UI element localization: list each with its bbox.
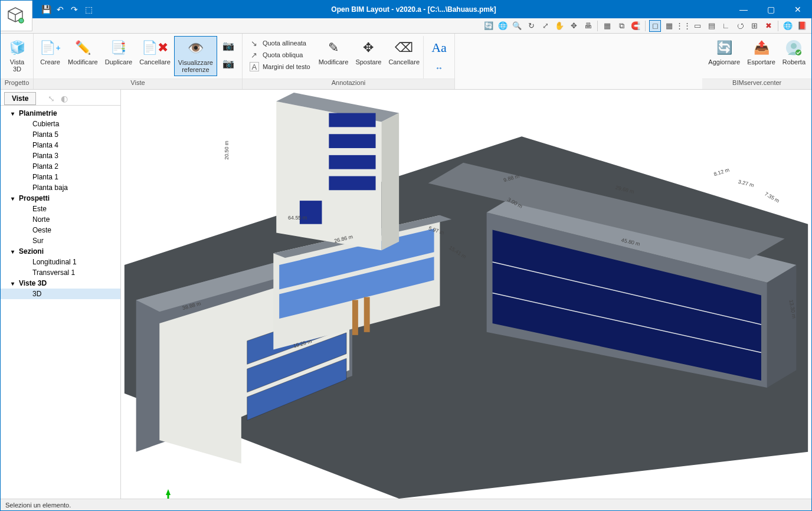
dim-64-55: 64.55 m <box>288 215 307 221</box>
dim-style-button[interactable]: ↔ <box>428 60 450 77</box>
delete-icon: 📄✖ <box>146 38 165 57</box>
margini-testo-button[interactable]: AMargini del testo <box>247 61 313 73</box>
quota-allineata-button[interactable]: ↘Quota allineata <box>247 37 313 49</box>
tree-item[interactable]: Norte <box>1 214 120 225</box>
close-button[interactable]: ✕ <box>784 1 811 18</box>
svg-rect-28 <box>329 155 375 169</box>
text-margin-icon: A <box>250 62 259 71</box>
app-logo-icon[interactable] <box>1 1 32 31</box>
tree-item[interactable]: Este <box>1 204 120 214</box>
tree-item[interactable]: Planta 3 <box>1 150 120 161</box>
tree-item[interactable]: Planta 4 <box>1 140 120 150</box>
tree-tab-viste[interactable]: Viste <box>4 92 36 105</box>
view-toolbar: 🔄 🌐 🔍 ↻ ⤢ ✋ ✥ 🖶 ▦ ⧉ 🧲 ◻ ▦ ⋮⋮ ▭ ▤ ∟ ⭯ ⊞ ✖… <box>1 18 811 34</box>
elements-icon[interactable]: ⧉ <box>615 20 627 32</box>
svg-rect-21 <box>352 300 358 335</box>
aggiornare-button[interactable]: 🔄Aggiornare <box>705 36 744 68</box>
group-label-annotazioni: Annotazioni <box>243 78 454 89</box>
tree-group-viste 3d[interactable]: Viste 3D <box>1 278 120 289</box>
tree-item[interactable]: Longitudinal 1 <box>1 257 120 267</box>
export-icon: 📤 <box>752 38 771 57</box>
move-icon[interactable]: ✥ <box>568 20 579 32</box>
camera-1-button[interactable]: 📷 <box>220 37 237 55</box>
snap-icon[interactable]: 🧲 <box>630 20 641 32</box>
orbit-icon[interactable]: 🔄 <box>483 20 495 32</box>
undo-icon[interactable]: ↶ <box>55 4 66 15</box>
tree-item[interactable]: Planta 5 <box>1 129 120 140</box>
redo-icon[interactable]: ↷ <box>69 4 80 15</box>
svg-point-0 <box>19 18 24 23</box>
book-icon[interactable]: 📕 <box>796 20 808 32</box>
tree-item[interactable]: 3D <box>1 289 120 299</box>
delete-icon[interactable]: ✖ <box>762 20 774 32</box>
tree-item[interactable]: Planta 2 <box>1 161 120 172</box>
projection-icon[interactable]: ◻ <box>649 20 661 32</box>
save-icon[interactable]: 💾 <box>41 4 51 15</box>
globe-icon[interactable]: 🌐 <box>782 20 794 32</box>
camera-icon: 📷 <box>221 56 235 70</box>
svg-rect-27 <box>329 134 375 148</box>
tree-item[interactable]: Planta baja <box>1 182 120 193</box>
refresh-cloud-icon: 🔄 <box>715 38 734 57</box>
creare-button[interactable]: 📄+Creare <box>36 36 64 68</box>
opt3-icon[interactable]: ▤ <box>706 20 718 32</box>
view-icon[interactable]: ⬚ <box>83 4 94 15</box>
svg-rect-22 <box>364 297 370 332</box>
tree-item[interactable]: Sur <box>1 235 120 246</box>
zoom-window-icon[interactable]: ⤢ <box>539 20 551 32</box>
tree-group-sezioni[interactable]: Sezioni <box>1 246 120 257</box>
views-tree-panel: Viste ⤡◐ PlanimetrieCubiertaPlanta 5Plan… <box>1 90 121 499</box>
opt2-icon[interactable]: ▭ <box>692 20 703 32</box>
zoom-extents-icon[interactable]: 🌐 <box>497 20 509 32</box>
layers-icon[interactable]: ▦ <box>601 20 613 32</box>
pan-icon[interactable]: ✋ <box>554 20 565 32</box>
model-canvas[interactable]: 20.50 m 64.55 m 26.86 m 5.97 m 15.41 m 9… <box>121 90 811 499</box>
annot-cancellare-button[interactable]: ⌫Cancellare <box>385 36 423 68</box>
axis-icon[interactable]: ⤡ <box>48 94 55 103</box>
print-icon[interactable]: 🖶 <box>582 20 594 32</box>
rotate-icon[interactable]: ⭯ <box>734 20 746 32</box>
minimize-button[interactable]: — <box>730 1 757 18</box>
3d-viewport[interactable]: 20.50 m 64.55 m 26.86 m 5.97 m 15.41 m 9… <box>121 90 811 499</box>
opt4-icon[interactable]: ⊞ <box>748 20 760 32</box>
dim-8-12: 8.12 m <box>713 166 730 177</box>
quota-obliqua-button[interactable]: ↗Quota obliqua <box>247 49 313 61</box>
tree-item[interactable]: Cubierta <box>1 119 120 129</box>
tree-item[interactable]: Transversal 1 <box>1 267 120 278</box>
move-cross-icon: ✥ <box>359 38 378 57</box>
main-area: Viste ⤡◐ PlanimetrieCubiertaPlanta 5Plan… <box>1 90 811 499</box>
text-style-button[interactable]: Aa <box>428 37 450 60</box>
spostare-button[interactable]: ✥Spostare <box>352 36 385 68</box>
user-avatar-icon <box>784 38 803 57</box>
cancellare-button[interactable]: 📄✖Cancellare <box>136 36 174 68</box>
angle-icon[interactable]: ∟ <box>720 20 732 32</box>
annot-modificare-button[interactable]: ✎Modificare <box>315 36 352 68</box>
tree-group-planimetrie[interactable]: Planimetrie <box>1 108 120 119</box>
esportare-button[interactable]: 📤Esportare <box>744 36 779 68</box>
user-button[interactable]: Roberta <box>779 36 809 68</box>
tree-group-prospetti[interactable]: Prospetti <box>1 193 120 204</box>
modificare-button[interactable]: ✏️Modificare <box>64 36 102 68</box>
svg-marker-33 <box>166 489 171 495</box>
group-label-viste: Viste <box>34 78 242 89</box>
dim-20-50: 20.50 m <box>224 141 230 160</box>
duplicare-button[interactable]: 📑Duplicare <box>102 36 136 68</box>
pencil-icon: ✎ <box>324 38 343 57</box>
title-bar: 💾 ↶ ↷ ⬚ Open BIM Layout - v2020.a - [C:\… <box>1 1 811 18</box>
zoom-icon[interactable]: 🔍 <box>511 20 523 32</box>
visualizzare-button[interactable]: 👁️Visualizzare referenze <box>174 36 217 76</box>
maximize-button[interactable]: ▢ <box>757 1 784 18</box>
svg-rect-26 <box>329 113 375 127</box>
tree-item[interactable]: Oeste <box>1 225 120 235</box>
group-label-progetto: Progetto <box>1 78 33 89</box>
orbit-small-icon[interactable]: ◐ <box>61 94 68 103</box>
tree-item[interactable]: Planta 1 <box>1 172 120 182</box>
grid-icon[interactable]: ▦ <box>663 20 675 32</box>
refresh-icon[interactable]: ↻ <box>525 20 537 32</box>
svg-marker-25 <box>381 113 399 251</box>
window-controls: — ▢ ✕ <box>730 1 811 18</box>
text-aa-icon: Aa <box>430 38 448 57</box>
vista-3d-button[interactable]: 🧊 Vista 3D <box>3 36 31 75</box>
camera-2-button[interactable]: 📷 <box>220 55 237 73</box>
opt1-icon[interactable]: ⋮⋮ <box>677 20 689 32</box>
